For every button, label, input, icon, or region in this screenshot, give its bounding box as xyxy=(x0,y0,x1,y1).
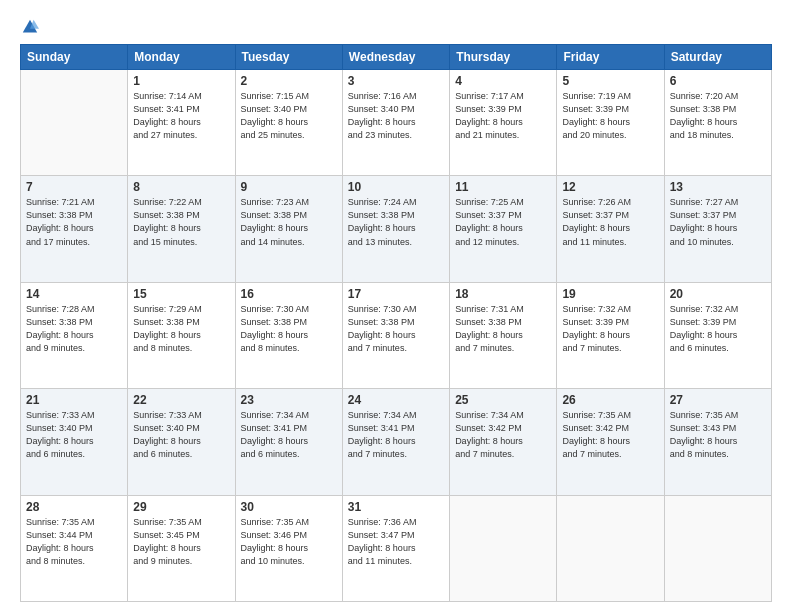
logo-icon xyxy=(21,18,39,36)
calendar-cell: 2Sunrise: 7:15 AM Sunset: 3:40 PM Daylig… xyxy=(235,70,342,176)
cell-daylight-info: Sunrise: 7:19 AM Sunset: 3:39 PM Dayligh… xyxy=(562,90,658,142)
weekday-header-saturday: Saturday xyxy=(664,45,771,70)
cell-daylight-info: Sunrise: 7:20 AM Sunset: 3:38 PM Dayligh… xyxy=(670,90,766,142)
cell-daylight-info: Sunrise: 7:30 AM Sunset: 3:38 PM Dayligh… xyxy=(241,303,337,355)
cell-daylight-info: Sunrise: 7:35 AM Sunset: 3:44 PM Dayligh… xyxy=(26,516,122,568)
day-number: 22 xyxy=(133,393,229,407)
day-number: 21 xyxy=(26,393,122,407)
calendar-cell: 7Sunrise: 7:21 AM Sunset: 3:38 PM Daylig… xyxy=(21,176,128,282)
day-number: 8 xyxy=(133,180,229,194)
day-number: 31 xyxy=(348,500,444,514)
calendar-cell: 16Sunrise: 7:30 AM Sunset: 3:38 PM Dayli… xyxy=(235,282,342,388)
calendar-week-row: 28Sunrise: 7:35 AM Sunset: 3:44 PM Dayli… xyxy=(21,495,772,601)
cell-daylight-info: Sunrise: 7:36 AM Sunset: 3:47 PM Dayligh… xyxy=(348,516,444,568)
calendar-cell xyxy=(450,495,557,601)
day-number: 4 xyxy=(455,74,551,88)
day-number: 5 xyxy=(562,74,658,88)
day-number: 2 xyxy=(241,74,337,88)
day-number: 19 xyxy=(562,287,658,301)
page: SundayMondayTuesdayWednesdayThursdayFrid… xyxy=(0,0,792,612)
calendar-cell: 6Sunrise: 7:20 AM Sunset: 3:38 PM Daylig… xyxy=(664,70,771,176)
cell-daylight-info: Sunrise: 7:35 AM Sunset: 3:46 PM Dayligh… xyxy=(241,516,337,568)
weekday-header-thursday: Thursday xyxy=(450,45,557,70)
cell-daylight-info: Sunrise: 7:27 AM Sunset: 3:37 PM Dayligh… xyxy=(670,196,766,248)
calendar-cell: 28Sunrise: 7:35 AM Sunset: 3:44 PM Dayli… xyxy=(21,495,128,601)
cell-daylight-info: Sunrise: 7:15 AM Sunset: 3:40 PM Dayligh… xyxy=(241,90,337,142)
calendar-cell: 3Sunrise: 7:16 AM Sunset: 3:40 PM Daylig… xyxy=(342,70,449,176)
calendar-cell: 1Sunrise: 7:14 AM Sunset: 3:41 PM Daylig… xyxy=(128,70,235,176)
calendar-cell: 30Sunrise: 7:35 AM Sunset: 3:46 PM Dayli… xyxy=(235,495,342,601)
calendar-week-row: 7Sunrise: 7:21 AM Sunset: 3:38 PM Daylig… xyxy=(21,176,772,282)
cell-daylight-info: Sunrise: 7:32 AM Sunset: 3:39 PM Dayligh… xyxy=(670,303,766,355)
day-number: 18 xyxy=(455,287,551,301)
calendar-week-row: 14Sunrise: 7:28 AM Sunset: 3:38 PM Dayli… xyxy=(21,282,772,388)
day-number: 12 xyxy=(562,180,658,194)
day-number: 9 xyxy=(241,180,337,194)
day-number: 28 xyxy=(26,500,122,514)
cell-daylight-info: Sunrise: 7:28 AM Sunset: 3:38 PM Dayligh… xyxy=(26,303,122,355)
cell-daylight-info: Sunrise: 7:29 AM Sunset: 3:38 PM Dayligh… xyxy=(133,303,229,355)
day-number: 1 xyxy=(133,74,229,88)
cell-daylight-info: Sunrise: 7:26 AM Sunset: 3:37 PM Dayligh… xyxy=(562,196,658,248)
calendar-cell: 31Sunrise: 7:36 AM Sunset: 3:47 PM Dayli… xyxy=(342,495,449,601)
day-number: 26 xyxy=(562,393,658,407)
cell-daylight-info: Sunrise: 7:16 AM Sunset: 3:40 PM Dayligh… xyxy=(348,90,444,142)
day-number: 24 xyxy=(348,393,444,407)
calendar-cell: 4Sunrise: 7:17 AM Sunset: 3:39 PM Daylig… xyxy=(450,70,557,176)
calendar-week-row: 21Sunrise: 7:33 AM Sunset: 3:40 PM Dayli… xyxy=(21,389,772,495)
calendar-cell: 26Sunrise: 7:35 AM Sunset: 3:42 PM Dayli… xyxy=(557,389,664,495)
cell-daylight-info: Sunrise: 7:21 AM Sunset: 3:38 PM Dayligh… xyxy=(26,196,122,248)
day-number: 6 xyxy=(670,74,766,88)
weekday-header-tuesday: Tuesday xyxy=(235,45,342,70)
cell-daylight-info: Sunrise: 7:32 AM Sunset: 3:39 PM Dayligh… xyxy=(562,303,658,355)
day-number: 23 xyxy=(241,393,337,407)
calendar-cell: 10Sunrise: 7:24 AM Sunset: 3:38 PM Dayli… xyxy=(342,176,449,282)
cell-daylight-info: Sunrise: 7:31 AM Sunset: 3:38 PM Dayligh… xyxy=(455,303,551,355)
calendar-cell: 24Sunrise: 7:34 AM Sunset: 3:41 PM Dayli… xyxy=(342,389,449,495)
calendar-cell: 5Sunrise: 7:19 AM Sunset: 3:39 PM Daylig… xyxy=(557,70,664,176)
calendar-cell: 23Sunrise: 7:34 AM Sunset: 3:41 PM Dayli… xyxy=(235,389,342,495)
cell-daylight-info: Sunrise: 7:35 AM Sunset: 3:43 PM Dayligh… xyxy=(670,409,766,461)
calendar-cell: 27Sunrise: 7:35 AM Sunset: 3:43 PM Dayli… xyxy=(664,389,771,495)
weekday-header-sunday: Sunday xyxy=(21,45,128,70)
cell-daylight-info: Sunrise: 7:34 AM Sunset: 3:41 PM Dayligh… xyxy=(241,409,337,461)
cell-daylight-info: Sunrise: 7:35 AM Sunset: 3:42 PM Dayligh… xyxy=(562,409,658,461)
day-number: 27 xyxy=(670,393,766,407)
day-number: 20 xyxy=(670,287,766,301)
calendar-cell: 8Sunrise: 7:22 AM Sunset: 3:38 PM Daylig… xyxy=(128,176,235,282)
day-number: 25 xyxy=(455,393,551,407)
cell-daylight-info: Sunrise: 7:14 AM Sunset: 3:41 PM Dayligh… xyxy=(133,90,229,142)
calendar-table: SundayMondayTuesdayWednesdayThursdayFrid… xyxy=(20,44,772,602)
day-number: 15 xyxy=(133,287,229,301)
cell-daylight-info: Sunrise: 7:17 AM Sunset: 3:39 PM Dayligh… xyxy=(455,90,551,142)
calendar-cell: 29Sunrise: 7:35 AM Sunset: 3:45 PM Dayli… xyxy=(128,495,235,601)
calendar-cell xyxy=(21,70,128,176)
calendar-cell: 20Sunrise: 7:32 AM Sunset: 3:39 PM Dayli… xyxy=(664,282,771,388)
weekday-header-row: SundayMondayTuesdayWednesdayThursdayFrid… xyxy=(21,45,772,70)
day-number: 16 xyxy=(241,287,337,301)
calendar-cell: 22Sunrise: 7:33 AM Sunset: 3:40 PM Dayli… xyxy=(128,389,235,495)
day-number: 10 xyxy=(348,180,444,194)
day-number: 11 xyxy=(455,180,551,194)
cell-daylight-info: Sunrise: 7:24 AM Sunset: 3:38 PM Dayligh… xyxy=(348,196,444,248)
cell-daylight-info: Sunrise: 7:22 AM Sunset: 3:38 PM Dayligh… xyxy=(133,196,229,248)
calendar-cell: 15Sunrise: 7:29 AM Sunset: 3:38 PM Dayli… xyxy=(128,282,235,388)
cell-daylight-info: Sunrise: 7:30 AM Sunset: 3:38 PM Dayligh… xyxy=(348,303,444,355)
day-number: 7 xyxy=(26,180,122,194)
calendar-cell: 12Sunrise: 7:26 AM Sunset: 3:37 PM Dayli… xyxy=(557,176,664,282)
cell-daylight-info: Sunrise: 7:35 AM Sunset: 3:45 PM Dayligh… xyxy=(133,516,229,568)
calendar-cell: 19Sunrise: 7:32 AM Sunset: 3:39 PM Dayli… xyxy=(557,282,664,388)
day-number: 14 xyxy=(26,287,122,301)
calendar-cell: 25Sunrise: 7:34 AM Sunset: 3:42 PM Dayli… xyxy=(450,389,557,495)
calendar-cell: 18Sunrise: 7:31 AM Sunset: 3:38 PM Dayli… xyxy=(450,282,557,388)
calendar-cell: 13Sunrise: 7:27 AM Sunset: 3:37 PM Dayli… xyxy=(664,176,771,282)
calendar-cell: 21Sunrise: 7:33 AM Sunset: 3:40 PM Dayli… xyxy=(21,389,128,495)
day-number: 30 xyxy=(241,500,337,514)
calendar-week-row: 1Sunrise: 7:14 AM Sunset: 3:41 PM Daylig… xyxy=(21,70,772,176)
cell-daylight-info: Sunrise: 7:25 AM Sunset: 3:37 PM Dayligh… xyxy=(455,196,551,248)
cell-daylight-info: Sunrise: 7:33 AM Sunset: 3:40 PM Dayligh… xyxy=(133,409,229,461)
weekday-header-monday: Monday xyxy=(128,45,235,70)
header xyxy=(20,18,772,36)
calendar-cell xyxy=(664,495,771,601)
day-number: 3 xyxy=(348,74,444,88)
